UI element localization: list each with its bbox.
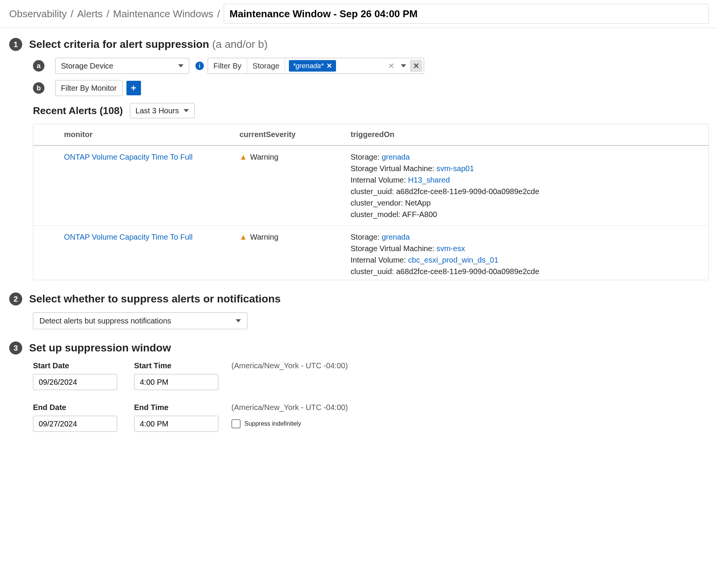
filter-chip: *grenada* ✕	[289, 60, 336, 72]
section-2-title: Select whether to suppress alerts or not…	[29, 293, 281, 305]
triggered-on-value: a68d2fce-cee8-11e9-909d-00a0989e2cde	[396, 267, 539, 276]
severity-value: Warning	[250, 233, 279, 241]
triggered-on-value: NetApp	[405, 199, 431, 207]
triggered-on-link[interactable]: grenada	[382, 153, 410, 161]
suppress-indefinitely-checkbox[interactable]	[231, 419, 241, 428]
chevron-down-icon	[236, 319, 241, 322]
col-triggered-on[interactable]: triggeredOn	[344, 124, 708, 145]
triggered-on-link[interactable]: cbc_esxi_prod_win_ds_01	[408, 256, 498, 264]
end-time-label: End Time	[134, 403, 226, 412]
triggered-on-line: Internal Volume: H13_shared	[351, 174, 702, 186]
remove-filter-button[interactable]: ✕	[410, 60, 422, 72]
chevron-down-icon	[178, 64, 184, 67]
triggered-on-line: Storage Virtual Machine: svm-sap01	[351, 163, 702, 174]
triggered-on-link[interactable]: grenada	[382, 233, 410, 241]
close-icon[interactable]: ✕	[326, 62, 332, 70]
triggered-on-value: AFF-A800	[402, 210, 437, 219]
warning-icon: ▲	[239, 153, 247, 161]
object-type-select[interactable]: Storage Device	[55, 58, 189, 74]
triggered-on-line: cluster_uuid: a68d2fce-cee8-11e9-909d-00…	[351, 186, 702, 197]
col-severity[interactable]: currentSeverity	[233, 124, 344, 145]
recent-alerts-title: Recent Alerts	[33, 105, 97, 116]
start-time-label: Start Time	[134, 361, 226, 370]
section-1-title: Select criteria for alert suppression	[29, 38, 209, 50]
breadcrumb-maintenance-windows[interactable]: Maintenance Windows	[113, 8, 213, 20]
section-3-title: Set up suppression window	[29, 342, 171, 354]
criteria-letter-a: a	[33, 60, 44, 72]
step-number-1: 1	[9, 38, 22, 51]
filter-by-monitor-label: Filter By Monitor	[61, 84, 117, 93]
timezone-note-2: (America/New_York - UTC -04:00)	[231, 403, 709, 412]
triggered-on-link[interactable]: H13_shared	[408, 176, 450, 184]
window-name-input[interactable]	[224, 4, 709, 24]
add-monitor-button[interactable]: +	[126, 81, 141, 95]
filter-chip-value: *grenada*	[293, 62, 323, 70]
chevron-down-icon[interactable]	[401, 64, 406, 67]
col-monitor[interactable]: monitor	[33, 124, 233, 145]
triggered-on-value: a68d2fce-cee8-11e9-909d-00a0989e2cde	[396, 187, 539, 196]
triggered-on-line: Storage Virtual Machine: svm-esx	[351, 243, 702, 254]
monitor-link[interactable]: ONTAP Volume Capacity Time To Full	[64, 233, 193, 241]
end-date-input[interactable]	[33, 416, 117, 432]
suppression-window-grid: Start Date Start Time (America/New_York …	[33, 361, 709, 432]
end-date-label: End Date	[33, 403, 129, 412]
table-row: ONTAP Volume Capacity Time To Full▲Warni…	[33, 146, 708, 226]
breadcrumb-sep: /	[70, 8, 73, 20]
clear-filter-icon[interactable]: ✕	[386, 61, 397, 70]
suppress-indefinitely-label: Suppress indefinitely	[244, 420, 301, 427]
recent-alerts-header: Recent Alerts (108) Last 3 Hours	[33, 103, 709, 118]
start-date-label: Start Date	[33, 361, 129, 370]
breadcrumb-sep: /	[217, 8, 220, 20]
triggered-on-line: Storage: grenada	[351, 231, 702, 243]
triggered-on-link[interactable]: svm-sap01	[436, 164, 474, 173]
start-time-input[interactable]	[134, 374, 218, 390]
table-row: ONTAP Volume Capacity Time To Full▲Warni…	[33, 226, 708, 280]
warning-icon: ▲	[239, 233, 247, 241]
suppression-mode-value: Detect alerts but suppress notifications	[39, 317, 171, 325]
filter-by-monitor-button[interactable]: Filter By Monitor	[55, 80, 123, 96]
severity-value: Warning	[250, 153, 279, 161]
monitor-link[interactable]: ONTAP Volume Capacity Time To Full	[64, 153, 193, 161]
triggered-on-line: cluster_model: AFF-A800	[351, 209, 702, 220]
step-number-2: 2	[9, 292, 22, 305]
section-1-subtitle: (a and/or b)	[212, 38, 268, 50]
breadcrumb-sep: /	[107, 8, 109, 20]
object-type-value: Storage Device	[61, 62, 113, 70]
recent-alerts-table: monitor currentSeverity triggeredOn ONTA…	[33, 124, 709, 280]
plus-icon: +	[131, 83, 136, 93]
suppression-mode-select[interactable]: Detect alerts but suppress notifications	[33, 312, 248, 329]
triggered-on-link[interactable]: svm-esx	[436, 244, 465, 253]
section-1-header: 1 Select criteria for alert suppression …	[9, 38, 709, 51]
triggered-on-line: Internal Volume: cbc_esxi_prod_win_ds_01	[351, 254, 702, 266]
time-range-select[interactable]: Last 3 Hours	[130, 103, 195, 118]
triggered-on-line: Storage: grenada	[351, 151, 702, 163]
breadcrumb: Observability / Alerts / Maintenance Win…	[0, 0, 718, 28]
table-header: monitor currentSeverity triggeredOn	[33, 124, 708, 146]
breadcrumb-observability[interactable]: Observability	[9, 8, 67, 20]
criteria-letter-b: b	[33, 82, 44, 94]
end-time-input[interactable]	[134, 416, 218, 432]
criteria-row-a: a Storage Device i Filter By Storage *gr…	[33, 58, 709, 74]
triggered-on-line: cluster_vendor: NetApp	[351, 197, 702, 209]
filter-by-label: Filter By	[208, 58, 247, 74]
chevron-down-icon	[184, 109, 189, 112]
section-2-header: 2 Select whether to suppress alerts or n…	[9, 292, 709, 305]
start-date-input[interactable]	[33, 374, 117, 390]
criteria-row-b: b Filter By Monitor +	[33, 80, 709, 96]
filter-composite[interactable]: Filter By Storage *grenada* ✕ ✕ ✕	[208, 58, 424, 74]
recent-alerts-count: 108	[103, 105, 120, 116]
filter-attribute[interactable]: Storage	[247, 58, 285, 74]
section-3-header: 3 Set up suppression window	[9, 341, 709, 354]
breadcrumb-alerts[interactable]: Alerts	[77, 8, 103, 20]
time-range-value: Last 3 Hours	[136, 106, 179, 115]
timezone-note: (America/New_York - UTC -04:00)	[231, 361, 709, 370]
step-number-3: 3	[9, 341, 22, 354]
triggered-on-line: cluster_uuid: a68d2fce-cee8-11e9-909d-00…	[351, 266, 702, 277]
info-icon[interactable]: i	[195, 62, 204, 70]
